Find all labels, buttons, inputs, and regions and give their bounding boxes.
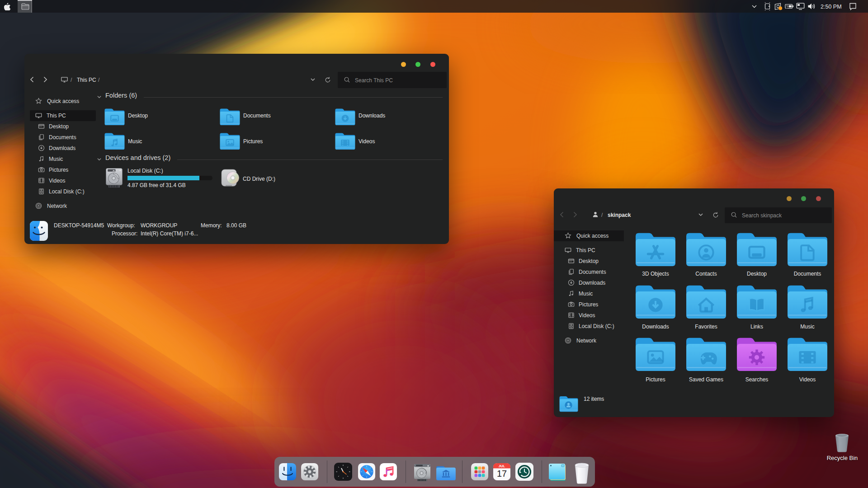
svg-text:JUL: JUL (499, 464, 505, 468)
svg-text:17: 17 (497, 469, 507, 479)
